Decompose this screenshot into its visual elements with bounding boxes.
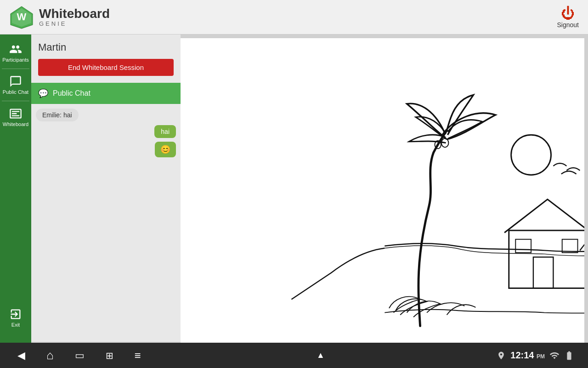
logo-area: W Whiteboard GENIE (9, 5, 110, 30)
android-nav-bar: ◀ ⌂ ▭ ⊞ ≡ ▲ 12:14 PM (0, 343, 588, 368)
svg-rect-9 (562, 239, 578, 253)
exit-icon (9, 308, 22, 321)
sidebar-item-whiteboard[interactable]: Whiteboard (0, 104, 31, 131)
logo-title: Whiteboard (39, 7, 110, 20)
sent-message-emoji: 😊 (155, 142, 176, 157)
svg-point-3 (511, 135, 551, 175)
logo-icon: W (9, 5, 34, 30)
app-header: W Whiteboard GENIE ⏻ Signout (0, 0, 588, 34)
sidebar-item-exit[interactable]: Exit (0, 304, 31, 331)
am-pm-text: PM (537, 353, 545, 360)
participants-label: Participants (2, 57, 28, 63)
logo-text-group: Whiteboard GENIE (39, 7, 110, 27)
whiteboard-canvas[interactable] (181, 38, 584, 343)
chat-icon (9, 75, 22, 88)
user-name: Martin (38, 41, 174, 53)
svg-rect-8 (515, 239, 531, 253)
canvas-wrapper[interactable] (181, 38, 584, 343)
sidebar-item-participants[interactable]: Participants (0, 39, 31, 66)
sidebar-divider-2 (2, 101, 29, 101)
nav-grid-button[interactable]: ⊞ (102, 346, 117, 365)
nav-home-button[interactable]: ⌂ (43, 345, 57, 366)
end-session-button[interactable]: End Whiteboard Session (38, 59, 174, 76)
time-text: 12:14 (510, 350, 534, 360)
whiteboard-area (181, 34, 588, 368)
left-panel: Martin End Whiteboard Session 💬 Public C… (31, 34, 181, 368)
nav-menu-button[interactable]: ≡ (131, 345, 145, 366)
signout-button[interactable]: ⏻ Signout (557, 6, 579, 29)
sidebar-item-public-chat[interactable]: Public Chat (0, 71, 31, 98)
system-status: 12:14 PM (497, 350, 574, 361)
nav-back-button[interactable]: ◀ (14, 346, 29, 365)
signout-label: Signout (557, 21, 579, 29)
received-message: Emilie: hai (36, 109, 79, 121)
logo-subtitle: GENIE (39, 20, 110, 27)
whiteboard-label: Whiteboard (3, 121, 28, 127)
nav-up-button[interactable]: ▲ (313, 347, 328, 364)
emilie-message-text: Emilie: hai (42, 111, 72, 119)
public-chat-sidebar-label: Public Chat (3, 89, 28, 95)
sent-text-hai: hai (161, 128, 170, 135)
sent-message-hai: hai (154, 125, 176, 138)
exit-label: Exit (11, 322, 20, 328)
chat-bubble-icon: 💬 (38, 88, 48, 98)
nav-recent-button[interactable]: ▭ (71, 346, 88, 365)
location-icon (497, 351, 506, 360)
power-icon: ⏻ (561, 6, 575, 21)
main-layout: Participants Public Chat Whiteboard Exit… (0, 34, 588, 368)
user-section: Martin End Whiteboard Session (31, 34, 181, 80)
participants-icon (9, 43, 22, 56)
time-display: 12:14 PM (510, 350, 545, 361)
wifi-icon (549, 351, 560, 361)
public-chat-header: 💬 Public Chat (31, 83, 181, 104)
svg-rect-7 (533, 257, 553, 288)
sidebar-divider-1 (2, 69, 29, 69)
sidebar-icons: Participants Public Chat Whiteboard Exit (0, 34, 31, 368)
svg-text:W: W (17, 11, 27, 23)
chat-messages-area: Emilie: hai hai 😊 (31, 104, 181, 342)
battery-icon (564, 351, 574, 361)
sent-emoji: 😊 (160, 145, 170, 154)
whiteboard-icon (9, 107, 22, 120)
public-chat-title: Public Chat (53, 89, 90, 98)
